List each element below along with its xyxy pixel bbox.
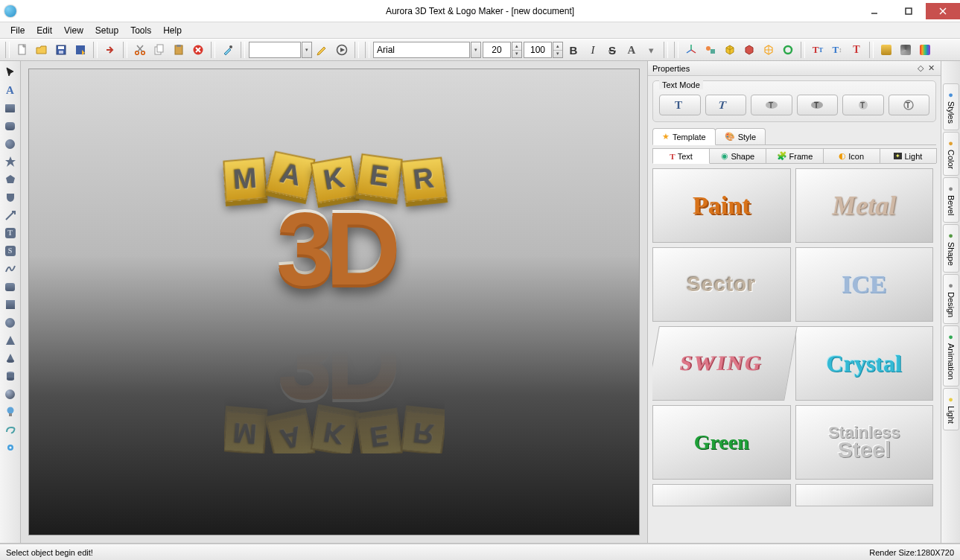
minimize-button[interactable] <box>857 3 891 19</box>
text3d-tool[interactable]: T <box>2 225 19 241</box>
open-button[interactable] <box>33 41 51 59</box>
side-tab-design[interactable]: ●Design <box>943 274 959 324</box>
circle-tool[interactable] <box>2 314 19 331</box>
subtab-frame[interactable]: 🧩Frame <box>766 148 823 163</box>
color-swatch-button[interactable] <box>877 41 895 59</box>
quick-text-input[interactable] <box>249 42 301 58</box>
tab-template[interactable]: ★Template <box>652 128 716 145</box>
cube-red-button[interactable] <box>740 41 758 59</box>
quilt-button[interactable] <box>897 41 915 59</box>
side-tab-light[interactable]: ●Light <box>943 388 959 430</box>
gradient-button[interactable] <box>916 41 934 59</box>
square-tool[interactable] <box>2 296 19 313</box>
text-mode-2[interactable]: T <box>705 95 747 115</box>
sphere-tool[interactable] <box>2 386 19 402</box>
menu-setup[interactable]: Setup <box>89 22 124 38</box>
rect-tool[interactable] <box>2 100 19 116</box>
menu-help[interactable]: Help <box>157 22 188 38</box>
bulb-tool[interactable] <box>2 404 19 420</box>
font-family-select[interactable] <box>373 42 470 58</box>
swirl-tool[interactable] <box>2 421 19 438</box>
cylinder-tool[interactable] <box>2 368 19 384</box>
cube-button[interactable] <box>721 41 739 59</box>
paste-button[interactable] <box>170 41 188 59</box>
side-tab-bevel[interactable]: ●Bevel <box>943 177 959 223</box>
menu-edit[interactable]: Edit <box>31 22 58 38</box>
quick-dropdown-button[interactable]: ▾ <box>302 42 312 58</box>
menu-view[interactable]: View <box>58 22 89 38</box>
template-paint[interactable]: Paint <box>652 168 791 243</box>
italic-button[interactable]: I <box>584 41 602 59</box>
close-button[interactable] <box>926 3 960 19</box>
side-tab-animation[interactable]: ●Animation <box>943 325 959 386</box>
text-icon-3[interactable]: T <box>848 41 865 59</box>
select-tool[interactable] <box>2 64 19 80</box>
panel-close-button[interactable]: ✕ <box>926 63 936 73</box>
s-tool[interactable]: S <box>2 243 19 259</box>
arrow-tool[interactable] <box>2 207 19 223</box>
text-mode-5[interactable]: T <box>842 95 884 115</box>
template-green[interactable]: Green <box>652 405 791 480</box>
cone-tool[interactable] <box>2 350 19 366</box>
axis-icon[interactable] <box>682 41 700 59</box>
ellipse-tool[interactable] <box>2 136 19 152</box>
tab-style[interactable]: 🎨Style <box>715 128 766 144</box>
cut-button[interactable] <box>131 41 149 59</box>
side-tab-color[interactable]: ●Color <box>943 132 959 176</box>
text-mode-6[interactable]: T <box>889 95 930 115</box>
save-as-button[interactable] <box>71 41 89 59</box>
subtab-text[interactable]: TText <box>652 148 710 164</box>
template-empty[interactable] <box>795 484 934 506</box>
panel-undock-button[interactable]: ◇ <box>915 63 926 73</box>
triangle-tool[interactable] <box>2 332 19 349</box>
mesh-button[interactable] <box>760 41 778 59</box>
gear-tool[interactable] <box>2 439 19 456</box>
subtab-light[interactable]: ✦Light <box>880 148 937 163</box>
delete-button[interactable] <box>189 41 207 59</box>
text-expand-button[interactable]: ▾ <box>642 41 660 59</box>
font-family-dropdown[interactable]: ▾ <box>471 42 481 58</box>
font-size-stepper[interactable]: ▴▾ <box>512 42 522 58</box>
menu-file[interactable]: File <box>4 22 31 38</box>
maximize-button[interactable] <box>891 3 926 19</box>
text-mode-3[interactable]: T <box>751 95 792 115</box>
template-empty[interactable] <box>652 484 791 506</box>
extrude-input[interactable] <box>524 42 552 58</box>
bold-button[interactable]: B <box>565 41 582 59</box>
text-style-a-button[interactable]: A <box>623 41 640 59</box>
curve-tool[interactable] <box>2 261 19 277</box>
text-icon-1[interactable]: TT <box>809 41 827 59</box>
template-crystal[interactable]: Crystal <box>795 326 934 401</box>
color-picker-button[interactable] <box>219 41 237 59</box>
text-icon-2[interactable]: T↕ <box>828 41 846 59</box>
copy-button[interactable] <box>150 41 168 59</box>
save-button[interactable] <box>52 41 70 59</box>
template-metal[interactable]: Metal <box>795 168 934 243</box>
template-sector[interactable]: Sector <box>652 247 791 322</box>
template-swing[interactable]: SWING <box>652 326 797 401</box>
side-tab-shape[interactable]: ●Shape <box>943 224 959 273</box>
shape-gallery-button[interactable] <box>702 41 719 59</box>
menu-tools[interactable]: Tools <box>124 22 157 38</box>
extrude-stepper[interactable]: ▴▾ <box>553 42 563 58</box>
font-size-input[interactable] <box>483 42 511 58</box>
template-gallery[interactable]: PaintMetalSectorICESWINGCrystalGreenStai… <box>652 168 936 517</box>
polygon-tool[interactable] <box>2 171 19 188</box>
text-tool[interactable]: A <box>2 82 19 98</box>
ring-button[interactable] <box>779 41 797 59</box>
shield-tool[interactable] <box>2 189 19 206</box>
side-tab-styles[interactable]: ●Styles <box>943 83 959 130</box>
new-button[interactable] <box>13 41 31 59</box>
viewport[interactable]: MAKER 3D MAKER 3D <box>28 69 640 535</box>
template-steel[interactable]: StainlessSteel <box>795 405 934 480</box>
text-mode-1[interactable]: T <box>659 95 701 115</box>
subtab-shape[interactable]: ◉Shape <box>709 148 766 163</box>
subtab-icon[interactable]: ◐Icon <box>823 148 880 163</box>
export-button[interactable] <box>101 41 119 59</box>
edit-button[interactable] <box>314 41 331 59</box>
star-tool[interactable] <box>2 153 19 170</box>
roundrect2-tool[interactable] <box>2 279 19 295</box>
play-button[interactable] <box>333 41 351 59</box>
template-ice[interactable]: ICE <box>795 247 934 322</box>
roundrect-tool[interactable] <box>2 118 19 134</box>
